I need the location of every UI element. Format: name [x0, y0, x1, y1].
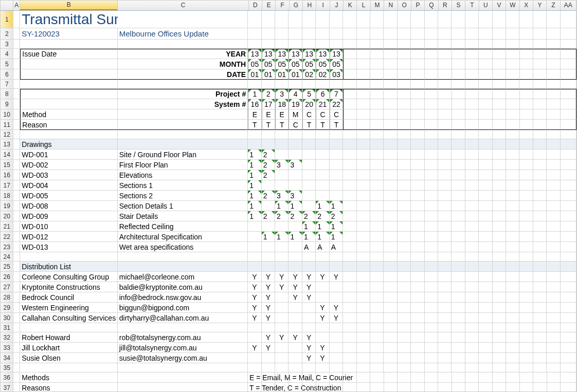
row-header-25[interactable]: 25: [1, 262, 13, 272]
row-header-22[interactable]: 22: [1, 232, 13, 242]
col-header-I[interactable]: I: [316, 1, 330, 10]
col-header-V[interactable]: V: [493, 1, 506, 10]
staff-name[interactable]: Susie Olsen: [20, 353, 117, 363]
drawing-code[interactable]: WD-005: [20, 191, 117, 201]
row-header-2[interactable]: 2: [1, 28, 13, 40]
col-header-H[interactable]: H: [303, 1, 316, 10]
row-header-18[interactable]: 18: [1, 191, 13, 201]
dist-email[interactable]: info@bedrock.nsw.gov.au: [118, 292, 248, 303]
staff-name[interactable]: Robert Howard: [20, 332, 117, 343]
dist-email[interactable]: michael@corleone.com: [118, 272, 248, 282]
col-header-A[interactable]: A: [13, 1, 20, 10]
col-header-N[interactable]: N: [384, 1, 398, 10]
drawing-desc[interactable]: Architectural Specification: [118, 232, 248, 242]
dist-name[interactable]: Callahan Consulting Services: [20, 313, 117, 323]
drawing-code[interactable]: WD-001: [20, 150, 117, 160]
row-header-29[interactable]: 29: [1, 303, 13, 313]
dist-name[interactable]: Corleone Consulting Group: [20, 272, 117, 282]
row-header-21[interactable]: 21: [1, 221, 13, 232]
drawing-desc[interactable]: Section Details 1: [118, 201, 248, 211]
row-header-4[interactable]: 4: [1, 49, 13, 59]
col-header-U[interactable]: U: [479, 1, 493, 10]
row-header-34[interactable]: 34: [1, 353, 13, 363]
col-header-X[interactable]: X: [520, 1, 533, 10]
col-header-T[interactable]: T: [465, 1, 479, 10]
row-header-5[interactable]: 5: [1, 59, 13, 69]
row-header-3[interactable]: 3: [1, 40, 13, 49]
dist-email[interactable]: biggun@bigpond.com: [118, 303, 248, 313]
row-header-6[interactable]: 6: [1, 69, 13, 80]
drawing-desc[interactable]: First Floor Plan: [118, 160, 248, 170]
row-header-1[interactable]: 1: [1, 11, 13, 28]
drawing-code[interactable]: WD-004: [20, 180, 117, 191]
row-header-8[interactable]: 8: [1, 89, 13, 99]
row-header-13[interactable]: 13: [1, 139, 13, 150]
row-header-30[interactable]: 30: [1, 313, 13, 323]
drawing-desc[interactable]: Reflected Ceiling: [118, 221, 248, 232]
row-header-17[interactable]: 17: [1, 180, 13, 191]
col-header-Q[interactable]: Q: [425, 1, 438, 10]
drawing-desc[interactable]: Elevations: [118, 170, 248, 180]
row-header-12[interactable]: 12: [1, 130, 13, 139]
col-header-S[interactable]: S: [452, 1, 465, 10]
row-header-19[interactable]: 19: [1, 201, 13, 211]
col-header-G[interactable]: G: [290, 1, 303, 10]
col-header-AA[interactable]: AA: [561, 1, 576, 10]
row-header-35[interactable]: 35: [1, 363, 13, 372]
dist-name[interactable]: Bedrock Council: [20, 292, 117, 303]
staff-email[interactable]: rob@totalsynergy.com.au: [118, 332, 248, 343]
drawing-desc[interactable]: Wet area specifications: [118, 242, 248, 252]
dist-name[interactable]: Western Engineering: [20, 303, 117, 313]
row-header-16[interactable]: 16: [1, 170, 13, 180]
row-header-20[interactable]: 20: [1, 211, 13, 221]
spreadsheet[interactable]: A B C D E F G H I J K L M N O P Q R S T …: [0, 0, 577, 392]
drawing-code[interactable]: WD-003: [20, 170, 117, 180]
row-header-11[interactable]: 11: [1, 120, 13, 130]
col-header-K[interactable]: K: [344, 1, 357, 10]
row-header-26[interactable]: 26: [1, 272, 13, 282]
dist-name[interactable]: Kryptonite Constructions: [20, 282, 117, 292]
col-header-R[interactable]: R: [439, 1, 452, 10]
drawing-code[interactable]: WD-009: [20, 211, 117, 221]
drawing-code[interactable]: WD-002: [20, 160, 117, 170]
row-header-28[interactable]: 28: [1, 292, 13, 303]
row-header-32[interactable]: 32: [1, 332, 13, 343]
row-header-27[interactable]: 27: [1, 282, 13, 292]
dist-email[interactable]: dirtyharry@callahan.com.au: [118, 313, 248, 323]
row-header-24[interactable]: 24: [1, 252, 13, 262]
drawing-desc[interactable]: Site / Ground Floor Plan: [118, 150, 248, 160]
staff-email[interactable]: jill@totalsynergy.com.au: [118, 343, 248, 353]
drawing-code[interactable]: WD-012: [20, 232, 117, 242]
drawing-code[interactable]: WD-008: [20, 201, 117, 211]
col-header-Y[interactable]: Y: [533, 1, 547, 10]
staff-name[interactable]: Jill Lockhart: [20, 343, 117, 353]
drawing-desc[interactable]: Sections 2: [118, 191, 248, 201]
col-header-W[interactable]: W: [506, 1, 519, 10]
drawing-code[interactable]: WD-010: [20, 221, 117, 232]
dist-email[interactable]: baldie@kryptonite.com.au: [118, 282, 248, 292]
drawing-desc[interactable]: Sections 1: [118, 180, 248, 191]
drawing-desc[interactable]: Stair Details: [118, 211, 248, 221]
row-header-36[interactable]: 36: [1, 372, 13, 383]
drawing-code[interactable]: WD-013: [20, 242, 117, 252]
staff-email[interactable]: susie@totalsynergy.com.au: [118, 353, 248, 363]
row-header-7[interactable]: 7: [1, 80, 13, 89]
col-header-O[interactable]: O: [398, 1, 411, 10]
row-header-33[interactable]: 33: [1, 343, 13, 353]
row-header-15[interactable]: 15: [1, 160, 13, 170]
col-header-M[interactable]: M: [371, 1, 384, 10]
col-header-C[interactable]: C: [118, 1, 249, 10]
row-header-10[interactable]: 10: [1, 109, 13, 120]
col-header-L[interactable]: L: [357, 1, 370, 10]
row-header-9[interactable]: 9: [1, 99, 13, 109]
col-header-B[interactable]: B: [20, 1, 118, 10]
row-header-31[interactable]: 31: [1, 323, 13, 332]
grid-body[interactable]: 1Transmittal Summary2SY-120023Melbourne …: [1, 11, 576, 392]
col-header-D[interactable]: D: [249, 1, 262, 10]
col-header-P[interactable]: P: [411, 1, 425, 10]
col-header-F[interactable]: F: [276, 1, 289, 10]
col-header-J[interactable]: J: [330, 1, 344, 10]
row-header-37[interactable]: 37: [1, 383, 13, 392]
col-header-E[interactable]: E: [262, 1, 276, 10]
row-header-23[interactable]: 23: [1, 242, 13, 252]
